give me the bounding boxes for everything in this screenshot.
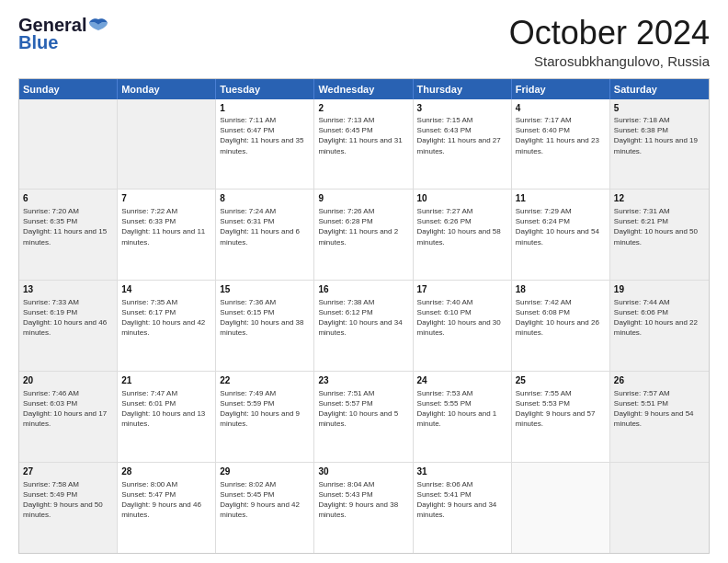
day-cell-7: 7Sunrise: 7:22 AM Sunset: 6:33 PM Daylig… xyxy=(118,190,216,280)
day-number: 1 xyxy=(220,102,310,115)
day-cell-12: 12Sunrise: 7:31 AM Sunset: 6:21 PM Dayli… xyxy=(610,190,709,280)
day-cell-15: 15Sunrise: 7:36 AM Sunset: 6:15 PM Dayli… xyxy=(216,281,314,371)
day-cell-28: 28Sunrise: 8:00 AM Sunset: 5:47 PM Dayli… xyxy=(118,463,216,553)
day-info: Sunrise: 7:46 AM Sunset: 6:03 PM Dayligh… xyxy=(23,388,113,430)
day-number: 29 xyxy=(220,465,310,478)
calendar-row-5: 27Sunrise: 7:58 AM Sunset: 5:49 PM Dayli… xyxy=(19,462,709,553)
day-cell-13: 13Sunrise: 7:33 AM Sunset: 6:19 PM Dayli… xyxy=(19,281,118,371)
day-number: 15 xyxy=(220,283,310,296)
day-cell-9: 9Sunrise: 7:26 AM Sunset: 6:28 PM Daylig… xyxy=(314,190,413,280)
day-cell-14: 14Sunrise: 7:35 AM Sunset: 6:17 PM Dayli… xyxy=(118,281,216,371)
day-cell-22: 22Sunrise: 7:49 AM Sunset: 5:59 PM Dayli… xyxy=(216,372,314,462)
calendar-row-4: 20Sunrise: 7:46 AM Sunset: 6:03 PM Dayli… xyxy=(19,371,709,462)
day-number: 12 xyxy=(614,192,705,205)
empty-cell xyxy=(610,463,709,553)
day-info: Sunrise: 7:53 AM Sunset: 5:55 PM Dayligh… xyxy=(417,388,507,430)
day-info: Sunrise: 8:02 AM Sunset: 5:45 PM Dayligh… xyxy=(220,479,310,521)
day-number: 8 xyxy=(220,192,310,205)
day-number: 9 xyxy=(318,192,408,205)
day-cell-10: 10Sunrise: 7:27 AM Sunset: 6:26 PM Dayli… xyxy=(414,190,512,280)
day-info: Sunrise: 7:36 AM Sunset: 6:15 PM Dayligh… xyxy=(220,297,310,339)
day-info: Sunrise: 7:51 AM Sunset: 5:57 PM Dayligh… xyxy=(318,388,408,430)
day-info: Sunrise: 7:58 AM Sunset: 5:49 PM Dayligh… xyxy=(23,479,113,521)
day-number: 25 xyxy=(516,374,606,387)
day-number: 26 xyxy=(614,374,705,387)
day-cell-23: 23Sunrise: 7:51 AM Sunset: 5:57 PM Dayli… xyxy=(314,372,413,462)
day-cell-3: 3Sunrise: 7:15 AM Sunset: 6:43 PM Daylig… xyxy=(414,99,512,190)
weekday-header-sunday: Sunday xyxy=(19,79,118,99)
day-number: 11 xyxy=(516,192,606,205)
day-info: Sunrise: 7:35 AM Sunset: 6:17 PM Dayligh… xyxy=(121,297,211,339)
day-number: 17 xyxy=(417,283,507,296)
day-info: Sunrise: 8:04 AM Sunset: 5:43 PM Dayligh… xyxy=(318,479,408,521)
day-info: Sunrise: 7:15 AM Sunset: 6:43 PM Dayligh… xyxy=(417,115,507,156)
day-number: 23 xyxy=(318,374,408,387)
day-cell-8: 8Sunrise: 7:24 AM Sunset: 6:31 PM Daylig… xyxy=(216,190,314,280)
day-cell-6: 6Sunrise: 7:20 AM Sunset: 6:35 PM Daylig… xyxy=(19,190,118,280)
day-cell-29: 29Sunrise: 8:02 AM Sunset: 5:45 PM Dayli… xyxy=(216,463,314,553)
day-number: 10 xyxy=(417,192,507,205)
calendar-body: 1Sunrise: 7:11 AM Sunset: 6:47 PM Daylig… xyxy=(19,99,709,553)
day-cell-11: 11Sunrise: 7:29 AM Sunset: 6:24 PM Dayli… xyxy=(512,190,610,280)
day-info: Sunrise: 7:31 AM Sunset: 6:21 PM Dayligh… xyxy=(614,206,705,247)
day-info: Sunrise: 7:20 AM Sunset: 6:35 PM Dayligh… xyxy=(23,206,113,247)
day-number: 7 xyxy=(121,192,211,205)
day-info: Sunrise: 7:22 AM Sunset: 6:33 PM Dayligh… xyxy=(121,206,211,247)
day-cell-2: 2Sunrise: 7:13 AM Sunset: 6:45 PM Daylig… xyxy=(314,99,413,190)
day-info: Sunrise: 7:11 AM Sunset: 6:47 PM Dayligh… xyxy=(220,115,310,156)
day-info: Sunrise: 7:38 AM Sunset: 6:12 PM Dayligh… xyxy=(318,297,408,339)
calendar-header: SundayMondayTuesdayWednesdayThursdayFrid… xyxy=(19,79,709,99)
day-number: 31 xyxy=(417,465,507,478)
day-info: Sunrise: 7:27 AM Sunset: 6:26 PM Dayligh… xyxy=(417,206,507,247)
day-info: Sunrise: 7:13 AM Sunset: 6:45 PM Dayligh… xyxy=(318,115,408,156)
day-number: 28 xyxy=(121,465,211,478)
day-cell-16: 16Sunrise: 7:38 AM Sunset: 6:12 PM Dayli… xyxy=(314,281,413,371)
day-number: 14 xyxy=(121,283,211,296)
weekday-header-friday: Friday xyxy=(512,79,610,99)
day-info: Sunrise: 7:57 AM Sunset: 5:51 PM Dayligh… xyxy=(614,388,705,430)
day-info: Sunrise: 8:00 AM Sunset: 5:47 PM Dayligh… xyxy=(121,479,211,521)
day-info: Sunrise: 7:49 AM Sunset: 5:59 PM Dayligh… xyxy=(220,388,310,430)
day-number: 3 xyxy=(417,102,507,115)
day-cell-5: 5Sunrise: 7:18 AM Sunset: 6:38 PM Daylig… xyxy=(610,99,709,190)
day-info: Sunrise: 7:40 AM Sunset: 6:10 PM Dayligh… xyxy=(417,297,507,339)
day-number: 4 xyxy=(516,102,606,115)
day-cell-27: 27Sunrise: 7:58 AM Sunset: 5:49 PM Dayli… xyxy=(19,463,118,553)
day-number: 16 xyxy=(318,283,408,296)
logo: General Blue xyxy=(18,15,108,53)
day-number: 13 xyxy=(23,283,113,296)
day-cell-25: 25Sunrise: 7:55 AM Sunset: 5:53 PM Dayli… xyxy=(512,372,610,462)
weekday-header-thursday: Thursday xyxy=(414,79,512,99)
empty-cell xyxy=(19,99,118,190)
day-cell-31: 31Sunrise: 8:06 AM Sunset: 5:41 PM Dayli… xyxy=(414,463,512,553)
day-cell-24: 24Sunrise: 7:53 AM Sunset: 5:55 PM Dayli… xyxy=(414,372,512,462)
title-block: October 2024 Starosubkhangulovo, Russia xyxy=(509,15,710,69)
weekday-header-tuesday: Tuesday xyxy=(216,79,314,99)
day-info: Sunrise: 7:55 AM Sunset: 5:53 PM Dayligh… xyxy=(516,388,606,430)
day-info: Sunrise: 7:18 AM Sunset: 6:38 PM Dayligh… xyxy=(614,115,705,156)
day-cell-21: 21Sunrise: 7:47 AM Sunset: 6:01 PM Dayli… xyxy=(118,372,216,462)
calendar-row-3: 13Sunrise: 7:33 AM Sunset: 6:19 PM Dayli… xyxy=(19,280,709,371)
day-info: Sunrise: 7:33 AM Sunset: 6:19 PM Dayligh… xyxy=(23,297,113,339)
day-info: Sunrise: 7:42 AM Sunset: 6:08 PM Dayligh… xyxy=(516,297,606,339)
day-number: 24 xyxy=(417,374,507,387)
weekday-header-saturday: Saturday xyxy=(610,79,709,99)
day-info: Sunrise: 7:29 AM Sunset: 6:24 PM Dayligh… xyxy=(516,206,606,247)
day-cell-19: 19Sunrise: 7:44 AM Sunset: 6:06 PM Dayli… xyxy=(610,281,709,371)
day-number: 21 xyxy=(121,374,211,387)
weekday-header-monday: Monday xyxy=(118,79,216,99)
day-number: 30 xyxy=(318,465,408,478)
day-info: Sunrise: 7:26 AM Sunset: 6:28 PM Dayligh… xyxy=(318,206,408,247)
day-number: 27 xyxy=(23,465,113,478)
day-number: 19 xyxy=(614,283,705,296)
day-cell-1: 1Sunrise: 7:11 AM Sunset: 6:47 PM Daylig… xyxy=(216,99,314,190)
day-info: Sunrise: 7:24 AM Sunset: 6:31 PM Dayligh… xyxy=(220,206,310,247)
calendar: SundayMondayTuesdayWednesdayThursdayFrid… xyxy=(18,78,710,554)
logo-blue: Blue xyxy=(18,32,58,53)
day-cell-17: 17Sunrise: 7:40 AM Sunset: 6:10 PM Dayli… xyxy=(414,281,512,371)
day-number: 6 xyxy=(23,192,113,205)
header: General Blue October 2024 Starosubkhangu… xyxy=(18,15,710,69)
day-number: 20 xyxy=(23,374,113,387)
day-number: 22 xyxy=(220,374,310,387)
day-info: Sunrise: 7:47 AM Sunset: 6:01 PM Dayligh… xyxy=(121,388,211,430)
